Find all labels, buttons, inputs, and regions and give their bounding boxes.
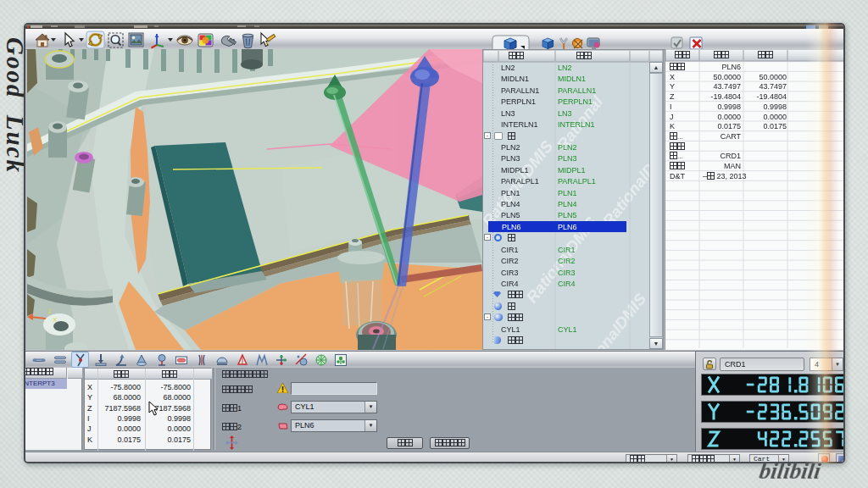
svg-text:Z: Z — [47, 308, 52, 315]
svg-text:X: X — [53, 316, 58, 324]
